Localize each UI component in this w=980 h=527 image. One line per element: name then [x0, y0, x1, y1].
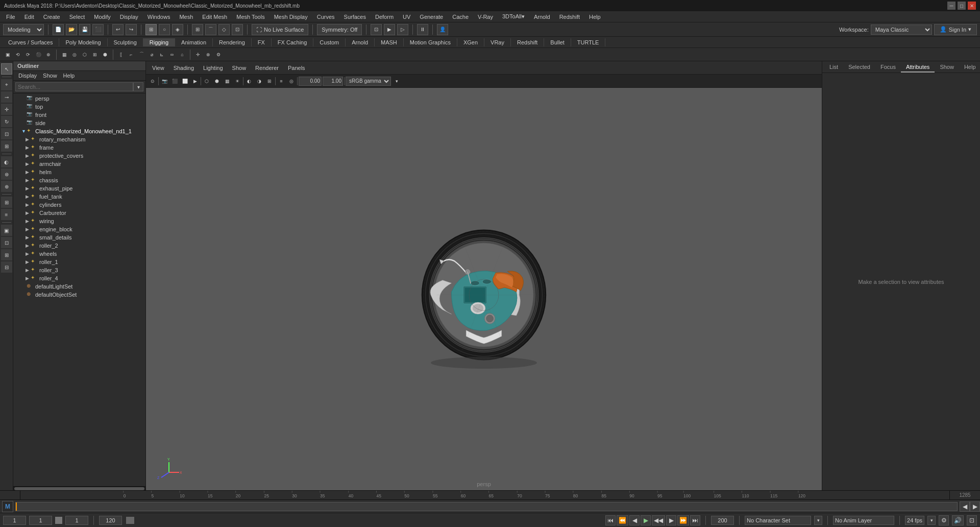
list-item[interactable]: ▶ ✦ exhaust_pipe: [13, 184, 145, 193]
symmetry-btn[interactable]: Symmetry: Off: [317, 24, 362, 35]
attr-tab-help[interactable]: Help: [959, 62, 980, 73]
list-item[interactable]: ▶ ✦ roller_1: [13, 258, 145, 266]
vp-icon-lighting-mode[interactable]: ☀: [233, 77, 242, 86]
tab-rigging[interactable]: Rigging: [143, 38, 175, 46]
vp-icon-hud[interactable]: ≡: [277, 77, 286, 86]
list-item[interactable]: ▶ ✦ armchair: [13, 160, 145, 168]
render-settings-btn[interactable]: ⊡: [1, 237, 12, 248]
tl-scroll-right[interactable]: ▶: [970, 501, 980, 512]
menu-help[interactable]: Help: [585, 13, 605, 21]
list-item[interactable]: ▶ ✦ cylinders: [13, 201, 145, 209]
outliner-menu-display[interactable]: Display: [15, 71, 40, 80]
outliner-tree[interactable]: 📷 persp 📷 top 📷 front 📷 side: [13, 93, 145, 486]
vp-menu-panels[interactable]: Panels: [284, 64, 309, 72]
show-ui-btn[interactable]: 👤: [437, 24, 448, 35]
vp-far-clip-input[interactable]: [323, 77, 343, 86]
menu-modify[interactable]: Modify: [90, 13, 114, 21]
vp-menu-shading[interactable]: Shading: [169, 64, 198, 72]
scale-tool-btn[interactable]: ⊡: [1, 128, 12, 139]
m-logo[interactable]: M: [2, 501, 13, 512]
ipr-btn[interactable]: ▶: [384, 24, 395, 35]
outliner-scrollbar[interactable]: [13, 486, 145, 490]
prev-frame-btn[interactable]: ◀: [629, 515, 640, 525]
menu-create[interactable]: Create: [39, 13, 64, 21]
snap-to-grid-btn[interactable]: ⊞: [192, 24, 203, 35]
tool-icon-16[interactable]: ∞: [167, 50, 177, 59]
menu-surfaces[interactable]: Surfaces: [340, 13, 370, 21]
char-set-menu-btn[interactable]: ▾: [814, 516, 822, 525]
tool-icon-17[interactable]: ⌂: [178, 50, 187, 59]
fps-menu-btn[interactable]: ▾: [927, 516, 936, 525]
tab-custom[interactable]: Custom: [313, 38, 346, 46]
tool-icon-7[interactable]: ◎: [70, 50, 79, 59]
vp-menu-lighting[interactable]: Lighting: [199, 64, 227, 72]
vp-menu-renderer[interactable]: Renderer: [251, 64, 283, 72]
vp-icon-cam-settings[interactable]: 📷: [160, 77, 169, 86]
list-item[interactable]: ▶ ✦ rotary_mechanism: [13, 135, 145, 143]
tab-animation[interactable]: Animation: [175, 38, 213, 46]
tab-mash[interactable]: MASH: [375, 38, 404, 46]
tool-icon-10[interactable]: ⬢: [101, 50, 110, 59]
list-item[interactable]: ▶ ✦ helm: [13, 168, 145, 176]
pause-btn[interactable]: ⏸: [417, 24, 428, 35]
vp-menu-view[interactable]: View: [148, 64, 168, 72]
save-as-btn[interactable]: ⬛: [92, 24, 104, 35]
menu-vray[interactable]: V-Ray: [474, 13, 497, 21]
tab-poly-modeling[interactable]: Poly Modeling: [59, 38, 107, 46]
playback-settings-btn[interactable]: ⚙: [939, 515, 949, 525]
tool-icon-9[interactable]: ⊞: [90, 50, 100, 59]
vp-near-clip-input[interactable]: [299, 77, 322, 86]
select-by-hierarchy-btn[interactable]: ⊞: [145, 24, 157, 35]
menu-select[interactable]: Select: [65, 13, 89, 21]
lasso-tool-btn[interactable]: ⌖: [1, 79, 12, 90]
range-end-input[interactable]: [99, 516, 122, 525]
list-item[interactable]: ▶ ✦ roller_4: [13, 274, 145, 282]
next-frame-btn[interactable]: ▶: [666, 515, 676, 525]
menu-uv[interactable]: UV: [399, 13, 414, 21]
list-item[interactable]: ▶ ✦ wheels: [13, 250, 145, 258]
list-item[interactable]: ▶ ✦ roller_3: [13, 266, 145, 274]
anim-end-input[interactable]: [711, 516, 734, 525]
timeline-area[interactable]: [15, 502, 958, 511]
mode-select[interactable]: Modeling: [3, 24, 44, 35]
tool-icon-4[interactable]: ⚫: [34, 50, 43, 59]
next-key-btn[interactable]: ⏩: [677, 515, 689, 525]
vp-icon-wireframe[interactable]: ⬡: [202, 77, 211, 86]
list-item[interactable]: ▶ ✦ wiring: [13, 217, 145, 225]
show-manip-btn[interactable]: ⊕: [1, 181, 12, 192]
list-item[interactable]: ▶ ✦ protective_covers: [13, 152, 145, 160]
play-back-btn[interactable]: ◀◀: [652, 515, 665, 525]
tool-icon-2[interactable]: ⟲: [13, 50, 22, 59]
attr-tab-focus[interactable]: Focus: [875, 62, 901, 73]
close-button[interactable]: ✕: [968, 2, 976, 10]
tool-icon-15[interactable]: ⊾: [157, 50, 166, 59]
rotate-tool-btn[interactable]: ↻: [1, 116, 12, 127]
tool-icon-20[interactable]: ⚙: [214, 50, 223, 59]
redo-btn[interactable]: ↪: [126, 24, 137, 35]
restore-button[interactable]: □: [958, 2, 966, 10]
vp-icon-texture[interactable]: ▦: [223, 77, 232, 86]
list-item[interactable]: ⊕ defaultLightSet: [13, 282, 145, 291]
go-to-end-btn[interactable]: ⏭: [690, 515, 700, 525]
snap-to-view-btn[interactable]: ⊡: [232, 24, 243, 35]
menu-mesh-tools[interactable]: Mesh Tools: [232, 13, 268, 21]
connections-btn[interactable]: ⊟: [1, 261, 12, 273]
tool-icon-8[interactable]: ⬡: [80, 50, 89, 59]
list-item[interactable]: ▶ ✦ chassis: [13, 176, 145, 184]
list-item[interactable]: ▶ ✦ Carburetor: [13, 209, 145, 217]
list-item[interactable]: 📷 side: [13, 119, 145, 127]
vp-icon-isolate[interactable]: ◎: [287, 77, 296, 86]
anim-layer-btn[interactable]: No Anim Layer: [833, 516, 894, 525]
attr-tab-show[interactable]: Show: [935, 62, 959, 73]
sculpt-btn[interactable]: ⊛: [1, 169, 12, 180]
vp-icon-shadows[interactable]: ◐: [244, 77, 254, 86]
vp-icon-smooth[interactable]: ⬢: [212, 77, 222, 86]
vp-icon-ao[interactable]: ◑: [255, 77, 264, 86]
list-item[interactable]: ▶ ✦ engine_block: [13, 225, 145, 233]
menu-edit-mesh[interactable]: Edit Mesh: [198, 13, 231, 21]
menu-file[interactable]: File: [2, 13, 19, 21]
list-item[interactable]: 📷 persp: [13, 94, 145, 103]
vp-icon-cam-anim[interactable]: ▶: [190, 77, 200, 86]
search-dropdown-btn[interactable]: ▾: [133, 82, 143, 91]
list-item[interactable]: ▶ ✦ small_details: [13, 233, 145, 242]
